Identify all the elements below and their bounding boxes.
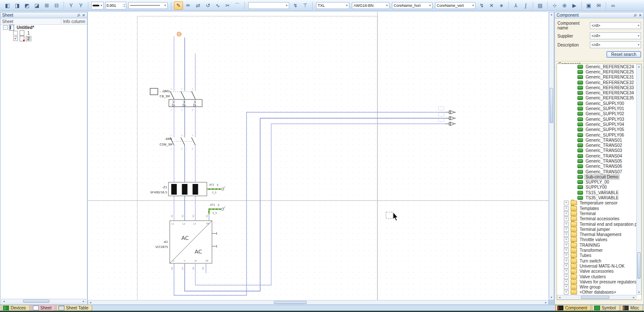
scroll-up-icon[interactable]: ▲ xyxy=(549,12,554,17)
expander-icon[interactable]: + xyxy=(564,227,569,232)
catalog-browser-icon[interactable]: ▣ xyxy=(584,1,593,10)
description-select[interactable]: <All>▾ xyxy=(590,41,641,48)
spinner-icons[interactable]: ▴▾ xyxy=(123,3,126,8)
folder-item[interactable]: + Transformer xyxy=(557,248,636,253)
tab-sheet-table[interactable]: Sheet Table xyxy=(56,305,93,311)
multi-placement-icon[interactable]: ⊞ xyxy=(42,1,51,10)
folder-item[interactable]: + <Other databases> xyxy=(557,290,636,295)
folder-item[interactable]: + Valve clusters xyxy=(557,274,636,279)
expander-icon[interactable]: + xyxy=(564,216,569,221)
expander-icon[interactable]: + xyxy=(564,206,569,211)
component-item[interactable]: Generic_SUPPLY01 xyxy=(557,106,636,111)
component-item[interactable]: Generic_SUPPLY04 xyxy=(557,122,636,127)
draw-arc-icon[interactable]: ⌒ xyxy=(233,1,242,10)
expander-icon[interactable]: + xyxy=(564,248,569,253)
filter-z1[interactable]: -Z1 SF400/16.5 xyxy=(150,182,207,196)
component-item[interactable]: Generic_REFERENCE35 xyxy=(557,96,636,101)
symbol-menu-icon[interactable]: ◩ xyxy=(23,1,32,10)
scroll-down-icon[interactable]: ▼ xyxy=(637,290,641,295)
expander-icon[interactable]: + xyxy=(564,232,569,237)
component-item[interactable]: TS35_VARIABLE xyxy=(557,195,636,200)
line-width-sample[interactable]: ▾ xyxy=(91,2,104,9)
expander-icon[interactable]: + xyxy=(564,285,569,289)
wire-symbol-icon[interactable]: ↯ xyxy=(291,1,300,10)
trim-wire-icon[interactable]: ✂ xyxy=(223,1,232,10)
component-tree-vscrollbar[interactable]: ▲ ▼ xyxy=(636,64,641,295)
component-item[interactable]: Generic_REFERENCE32 xyxy=(557,80,636,85)
tab-symbol[interactable]: Symbol xyxy=(592,305,620,311)
component-item[interactable]: SUPPLY00 xyxy=(557,185,636,190)
expander-icon[interactable]: + xyxy=(564,259,569,263)
scroll-left-icon[interactable]: ◄ xyxy=(88,300,93,305)
expander-icon[interactable]: + xyxy=(564,222,569,227)
folder-item[interactable]: + Temperature sensor xyxy=(557,201,636,206)
component-item[interactable]: Generic_SUPPLY03 xyxy=(557,117,636,122)
scroll-down-icon[interactable]: ▼ xyxy=(549,295,554,300)
close-icon[interactable]: ✕ xyxy=(82,13,85,17)
component-item[interactable]: Generic_REFERENCE33 xyxy=(557,85,636,90)
symbol-database-icon[interactable]: ◪ xyxy=(32,1,41,10)
place-component-icon[interactable]: ◨ xyxy=(13,1,22,10)
cable-connector-icons[interactable] xyxy=(438,107,456,125)
expander-icon[interactable]: + xyxy=(564,269,569,274)
folder-item[interactable]: + Throttle valves xyxy=(557,237,636,242)
folder-item[interactable]: + Valves for pressure regulators xyxy=(557,279,636,284)
canvas-hscrollbar[interactable]: ◄ ► xyxy=(88,300,548,305)
expander-icon[interactable]: + xyxy=(564,264,569,268)
line-filter-icon[interactable]: Y xyxy=(76,1,85,10)
component-item[interactable]: Generic_REFERENCE24 xyxy=(557,64,636,69)
breaker-qm1[interactable]: 1 3 5 2 4 6 -QM1 CB_3M xyxy=(150,88,202,111)
draw-conducting-line-icon[interactable]: ✎ xyxy=(174,1,183,10)
terminal-xt1-lower[interactable]: -XT1 PE 1_1 xyxy=(209,203,225,215)
expander-icon[interactable]: + xyxy=(564,243,569,248)
terminal-xt1-upper[interactable]: -XT1 PE 1_1 xyxy=(207,183,225,194)
folder-item[interactable]: + Wire group xyxy=(557,284,636,289)
reset-search-button[interactable]: Reset search xyxy=(606,51,641,58)
supplier-select[interactable]: <All>▾ xyxy=(590,32,641,39)
signal-jump-icon[interactable]: ∫ xyxy=(521,1,530,10)
folder-item[interactable]: + Terminal jumper xyxy=(557,227,636,232)
folder-item[interactable]: + Valve accessories xyxy=(557,269,636,274)
project-row[interactable]: - Untitled* xyxy=(0,25,87,30)
expander-icon[interactable]: + xyxy=(564,201,569,205)
sheet-row[interactable]: ✔ 2 xyxy=(0,36,87,41)
component-item[interactable]: Generic_REFERENCE25 xyxy=(557,69,636,74)
expander-icon[interactable]: + xyxy=(564,211,569,216)
change-direction-icon[interactable]: ⇄ xyxy=(194,1,203,10)
component-item[interactable]: Generic_TRANS02 xyxy=(557,143,636,148)
component-item[interactable]: Generic_TRANS07 xyxy=(557,169,636,174)
folder-item[interactable]: + TRAINING xyxy=(557,242,636,248)
junction-symbol-icon[interactable]: ⊤ xyxy=(301,1,310,10)
expander-icon[interactable]: + xyxy=(564,274,569,279)
zoom-extents-icon[interactable]: ⊕ xyxy=(560,1,569,10)
component-name-select[interactable]: <All>▾ xyxy=(590,22,641,29)
tab-devices[interactable]: Devices xyxy=(1,305,30,311)
supply-point[interactable] xyxy=(177,32,181,36)
sheet-checkbox[interactable]: ✔ xyxy=(13,36,18,41)
folder-item[interactable]: + Terminal accessories xyxy=(557,216,636,222)
pin-icon[interactable]: ⚲ xyxy=(76,13,81,18)
folder-item[interactable]: + Terminal end and separation plate xyxy=(557,222,636,227)
reroute-wire-icon[interactable]: ↺ xyxy=(203,1,212,10)
expander-icon[interactable]: + xyxy=(564,237,569,242)
core-remove-icon[interactable]: ✕ xyxy=(487,1,496,10)
component-item[interactable]: TS15_VARIABLE xyxy=(557,190,636,195)
folder-item[interactable]: + Tubes xyxy=(557,253,636,258)
drive-a1[interactable]: AC AC L1 L2 L3 PE U V W PE -A1 VLT2875 9… xyxy=(155,215,217,270)
scroll-right-icon[interactable]: ► xyxy=(81,299,86,303)
close-icon[interactable]: ✕ xyxy=(638,13,642,17)
pin-icon[interactable]: ⚲ xyxy=(632,13,638,18)
component-item[interactable]: Generic_SUPPLY06 xyxy=(557,132,636,137)
canvas-vscrollbar[interactable]: ▲ ▼ xyxy=(549,12,554,300)
component-item[interactable]: Generic_REFERENCE34 xyxy=(557,90,636,95)
expander-icon[interactable]: + xyxy=(564,290,569,295)
line-width-stepper[interactable]: ▴▾ xyxy=(105,2,127,9)
sheet-panel-hscrollbar[interactable]: ◄ ► xyxy=(1,299,86,303)
contactor-km1[interactable]: 1 3 5 2 4 6 -KM1 CON_3M xyxy=(160,134,195,150)
folder-item[interactable]: + Templates xyxy=(557,206,636,211)
stamp-tool-icon[interactable]: ✉ xyxy=(594,1,603,10)
tab-misc[interactable]: Misc xyxy=(621,305,643,311)
net-navigator-icon[interactable]: ⅄ xyxy=(511,1,520,10)
remote-page-icon[interactable]: ▤ xyxy=(536,1,545,10)
schematic-canvas[interactable]: 1 3 5 2 4 6 -QM1 CB_3M 1 3 5 2 4 6 -KM1 xyxy=(88,12,548,300)
